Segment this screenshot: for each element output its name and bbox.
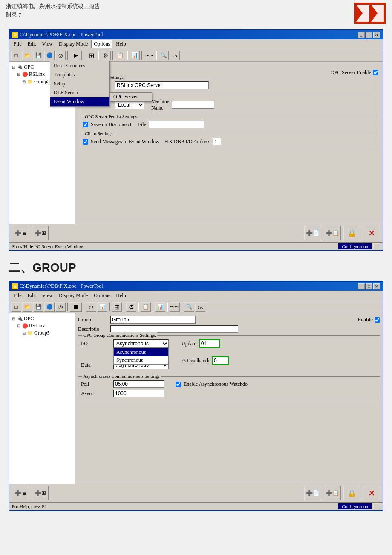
bottom-btn-insert-tag[interactable]: ➕📋 — [324, 226, 341, 240]
new-btn-2[interactable]: □ — [11, 302, 21, 312]
chart-btn-1[interactable]: 📊 — [130, 51, 140, 60]
open-btn-1[interactable]: 📂 — [22, 51, 32, 60]
watchdog-checkbox[interactable] — [176, 382, 181, 387]
update-input[interactable] — [199, 339, 220, 348]
description-input[interactable] — [110, 325, 238, 333]
io-option-sync[interactable]: Synchronous — [114, 356, 168, 364]
group-input[interactable] — [110, 316, 196, 324]
tag-btn-2[interactable]: 🏷 — [86, 302, 96, 312]
menu-options-2[interactable]: Options — [91, 292, 112, 300]
search-btn-1[interactable]: 🔍 — [159, 51, 169, 60]
menu-options-1[interactable]: Options — [91, 40, 112, 48]
bar-btn-2[interactable]: 📊 — [97, 302, 107, 312]
icon5-btn-1[interactable]: ◎ — [55, 51, 66, 60]
wave-btn-2[interactable]: 〜〜 — [170, 302, 180, 312]
save-disconnect-checkbox[interactable] — [83, 122, 88, 127]
title-controls-1[interactable]: _ □ ✕ — [358, 32, 380, 38]
sort-btn-2[interactable]: ↕A — [195, 302, 205, 312]
bottom-btn-add-group-2[interactable]: ➕⊞ — [32, 486, 49, 500]
chart-btn-2[interactable]: 📊 — [155, 302, 165, 312]
grid-btn-1[interactable]: ⊞ — [86, 51, 96, 60]
settings-btn-2[interactable]: ⚙ — [126, 302, 136, 312]
status-resize-2[interactable] — [373, 503, 380, 509]
fix-dbb-input[interactable] — [213, 138, 221, 145]
dropdown-setup[interactable]: Setup — [50, 79, 109, 88]
dropdown-ole-server[interactable]: OLE Server — [50, 88, 109, 97]
bottom-btn-add-server[interactable]: ➕🖥 — [12, 226, 29, 240]
close-btn-2[interactable]: ✕ — [373, 283, 380, 289]
deadband-input[interactable] — [212, 356, 229, 365]
minimize-btn-2[interactable]: _ — [358, 283, 365, 289]
dropdown-templates[interactable]: Templates — [50, 70, 109, 79]
enable-checkbox-2[interactable] — [375, 317, 380, 323]
tree-item-rslinx-2[interactable]: ⊟ 🔴 RSLinx — [16, 322, 73, 330]
enable-checkbox-1[interactable] — [373, 70, 378, 75]
copy-btn-2[interactable]: 📋 — [141, 302, 151, 312]
bottom-btn-delete[interactable]: ✕ — [363, 226, 380, 240]
title-controls-2[interactable]: _ □ ✕ — [358, 283, 380, 289]
wave-btn-1[interactable]: 〜〜 — [144, 51, 154, 60]
menu-help-1[interactable]: Help — [113, 40, 128, 48]
menu-help-2[interactable]: Help — [113, 292, 128, 300]
tree-expand-opc-2: ⊟ — [12, 316, 16, 321]
send-messages-checkbox[interactable] — [83, 139, 88, 145]
bottom-btn-insert-tag-2[interactable]: ➕📋 — [324, 486, 341, 500]
opc-comms-title: OPC Group Communications Settings: — [82, 332, 157, 338]
search-btn-2[interactable]: 🔍 — [184, 302, 194, 312]
menu-file-1[interactable]: File — [11, 40, 24, 48]
save-btn-2[interactable]: 💾 — [33, 302, 43, 312]
bottom-toolbar-2: ➕🖥 ➕⊞ ➕📄 ➕📋 🔒 ✕ — [9, 484, 383, 502]
save-disconnect-row: Save on Disconnect File — [83, 121, 375, 128]
minimize-btn-1[interactable]: _ — [358, 32, 365, 38]
close-btn-1[interactable]: ✕ — [373, 32, 380, 38]
menu-display-2[interactable]: Display Mode — [56, 292, 90, 300]
maximize-btn-1[interactable]: □ — [366, 32, 372, 38]
io-option-async[interactable]: Asynchronous — [114, 348, 168, 356]
sort-btn-1[interactable]: ↕A — [170, 51, 180, 60]
status-resize-1[interactable] — [373, 243, 380, 249]
grid-btn-2[interactable]: ⊞ — [112, 302, 122, 312]
menu-view-2[interactable]: View — [40, 292, 55, 300]
copy-btn-1[interactable]: 📋 — [115, 51, 125, 60]
open-btn-2[interactable]: 📂 — [22, 302, 32, 312]
icon5-btn-2[interactable]: ◎ — [55, 302, 66, 312]
play-btn-1[interactable]: ▶ — [70, 51, 82, 60]
maximize-btn-2[interactable]: □ — [366, 283, 372, 289]
menu-file-2[interactable]: File — [11, 292, 24, 300]
update-label: Update — [182, 341, 196, 347]
poll-input[interactable] — [113, 380, 164, 388]
bottom-btn-properties[interactable]: 🔒 — [343, 226, 360, 240]
async-input[interactable] — [113, 390, 164, 397]
io-select[interactable]: Asynchronous Synchronous — [113, 339, 169, 348]
bottom-btn-add-tag-2[interactable]: ➕📄 — [304, 486, 321, 500]
menu-display-1[interactable]: Display Mode — [56, 40, 90, 48]
enable-row-2: Enable — [357, 316, 380, 323]
menu-view-1[interactable]: View — [40, 40, 55, 48]
progid-input[interactable] — [115, 81, 209, 89]
server-select[interactable]: Local Remote — [115, 101, 144, 109]
bottom-btn-delete-2[interactable]: ✕ — [363, 486, 380, 500]
menu-edit-2[interactable]: Edit — [25, 292, 39, 300]
submenu-opc-server[interactable]: OPC Server — [110, 92, 152, 101]
new-btn-1[interactable]: □ — [11, 51, 21, 60]
bottom-btn-add-tag[interactable]: ➕📄 — [304, 226, 321, 240]
save-btn-1[interactable]: 💾 — [33, 51, 43, 60]
description-row: Descriptio — [78, 325, 380, 333]
stop-btn-2[interactable] — [70, 302, 82, 312]
dropdown-event-window[interactable]: Event Window — [50, 97, 109, 106]
tree-item-opc-2[interactable]: ⊟ 🔌 OPC — [11, 315, 73, 322]
sep1-1 — [67, 51, 68, 60]
icon4-btn-2[interactable]: 🔵 — [44, 302, 55, 312]
tree-item-group5-2[interactable]: ⊞ 📁 Group5 — [21, 330, 73, 337]
icon4-btn-1[interactable]: 🔵 — [44, 51, 55, 60]
comms-right: Update % Deadband: — [182, 338, 229, 367]
settings-btn-1[interactable]: ⚙ — [101, 51, 111, 60]
menu-edit-1[interactable]: Edit — [25, 40, 39, 48]
dropdown-reset-counters[interactable]: Reset Counters — [50, 61, 109, 70]
bottom-btn-properties-2[interactable]: 🔒 — [343, 486, 360, 500]
file-input[interactable] — [149, 121, 204, 128]
page-header: 浙江镇海电厂杂用水控制系统竣工报告 附录 7 中兴远程 ZONSINA — [0, 0, 392, 26]
bottom-btn-add-server-2[interactable]: ➕🖥 — [12, 486, 29, 500]
bottom-btn-add-group[interactable]: ➕⊞ — [32, 226, 49, 240]
machine-name-input[interactable] — [172, 101, 214, 109]
